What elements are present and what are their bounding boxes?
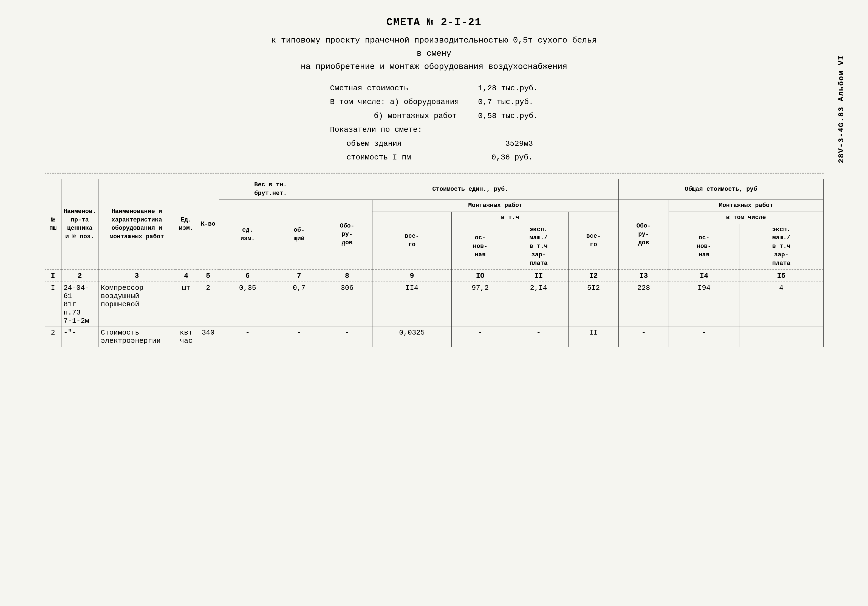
col-header-weight: Вес в тн.брут.нет. — [219, 179, 322, 200]
col-header-osn2: ос-нов-ная — [669, 224, 739, 269]
top-dashed-separator — [45, 172, 823, 174]
idx-11: II — [509, 270, 569, 282]
cost-label-4: Показатели по смете: — [330, 123, 467, 137]
idx-5: 5 — [197, 270, 219, 282]
idx-12: I2 — [569, 270, 619, 282]
cost-label-5: объем здания — [330, 137, 467, 151]
row2-obo: - — [322, 326, 372, 347]
idx-4: 4 — [175, 270, 197, 282]
table-header-row-1: №пш Наименов.пр-таценникаи № поз. Наимен… — [45, 179, 823, 200]
col-header-wt-ob: об-щий — [276, 199, 322, 269]
cost-value-1: 1,28 тыс.руб. — [478, 81, 538, 95]
idx-10: IO — [452, 270, 509, 282]
row1-unit: шт — [175, 282, 197, 327]
col-header-osn: ос-нов-ная — [452, 224, 509, 269]
idx-9: 9 — [372, 270, 452, 282]
cost-label-3: б) монтажных работ — [330, 109, 467, 123]
cost-info-section: Сметная стоимость 1,28 тыс.руб. В том чи… — [45, 81, 823, 165]
row1-name: Компрессор воздушный поршневой — [98, 282, 175, 327]
idx-2: 2 — [61, 270, 98, 282]
row2-wted: - — [219, 326, 276, 347]
col-header-mont-works-2: Монтажных работ — [669, 199, 823, 211]
col-header-eksp: эксп.маш./в т.чзар-плата — [509, 224, 569, 269]
row2-num: 2 — [45, 326, 61, 347]
row1-eksp2: 4 — [739, 282, 823, 327]
col-header-wt-ed: ед.изм. — [219, 199, 276, 269]
idx-8: 8 — [322, 270, 372, 282]
table-index-row: I 2 3 4 5 6 7 8 9 IO II I2 I3 I4 I5 — [45, 270, 823, 282]
row2-osn: - — [452, 326, 509, 347]
col-header-unit: Ед.изм. — [175, 179, 197, 270]
col-header-qty: К-во — [197, 179, 219, 270]
col-header-num: №пш — [45, 179, 61, 270]
col-header-mont-works: Монтажных работ — [372, 199, 618, 211]
idx-13: I3 — [619, 270, 669, 282]
col-header-vtch: в т.ч — [452, 211, 569, 224]
row2-qty: 340 — [197, 326, 219, 347]
document-subtitle: к типовому проекту прачечной производите… — [45, 34, 823, 73]
table-row: 2 -"- Стоимость электроэнергии квт час 3… — [45, 326, 823, 347]
row1-vse: II4 — [372, 282, 452, 327]
cost-label-2: В том числе: а) оборудования — [330, 95, 467, 109]
row2-wtob: - — [276, 326, 322, 347]
cost-value-5: 3529м3 — [478, 137, 533, 151]
col-header-total-cost: Общая стоимость, руб — [619, 179, 823, 200]
idx-1: I — [45, 270, 61, 282]
row2-eksp2 — [739, 326, 823, 347]
row2-eksp: - — [509, 326, 569, 347]
row1-obo: 306 — [322, 282, 372, 327]
side-label: 28V-3-4G.83 Альбом VI — [837, 55, 846, 163]
idx-7: 7 — [276, 270, 322, 282]
row1-wted: 0,35 — [219, 282, 276, 327]
row1-eksp: 2,I4 — [509, 282, 569, 327]
col-header-obo2: Обо-ру-дов — [619, 199, 669, 269]
cost-label-1: Сметная стоимость — [330, 81, 467, 95]
cost-label-6: стоимость I пм — [330, 151, 467, 165]
idx-14: I4 — [669, 270, 739, 282]
col-header-obo: Обо-ру-дов — [322, 199, 372, 269]
row2-vse2: - — [619, 326, 669, 347]
col-header-eksp2: эксп.маш./в т.чзар-плата — [739, 224, 823, 269]
cost-value-6: 0,36 руб. — [478, 151, 533, 165]
row1-num: I — [45, 282, 61, 327]
col-header-vse2: все-го — [569, 211, 619, 269]
col-header-unit-cost: Стоимость един., руб. — [322, 179, 618, 200]
col-header-pricelist: Наименов.пр-таценникаи № поз. — [61, 179, 98, 270]
row2-pricelist: -"- — [61, 326, 98, 347]
row2-unit: квт час — [175, 326, 197, 347]
cost-value-3: 0,58 тыс.руб. — [478, 109, 538, 123]
document-title: СМЕТА № 2-I-21 — [45, 17, 823, 28]
idx-15: I5 — [739, 270, 823, 282]
idx-6: 6 — [219, 270, 276, 282]
cost-value-2: 0,7 тыс.руб. — [478, 95, 533, 109]
row1-obo2: 5I2 — [569, 282, 619, 327]
row1-osn2: I94 — [669, 282, 739, 327]
row1-osn: 97,2 — [452, 282, 509, 327]
row2-vse: 0,0325 — [372, 326, 452, 347]
idx-3: 3 — [98, 270, 175, 282]
table-row: I 24-04-61 81г п.73 7-1-2м Компрессор во… — [45, 282, 823, 327]
row2-name: Стоимость электроэнергии — [98, 326, 175, 347]
col-header-name: Наименование ихарактеристикаоборудования… — [98, 179, 175, 270]
col-header-vse: все-го — [372, 211, 452, 269]
row1-pricelist: 24-04-61 81г п.73 7-1-2м — [61, 282, 98, 327]
main-table: №пш Наименов.пр-таценникаи № поз. Наимен… — [45, 179, 823, 347]
row2-osn2: - — [669, 326, 739, 347]
col-header-vtch2: в том числе — [669, 211, 823, 224]
row1-wtob: 0,7 — [276, 282, 322, 327]
row1-vse2: 228 — [619, 282, 669, 327]
row2-obo2: II — [569, 326, 619, 347]
row1-qty: 2 — [197, 282, 219, 327]
